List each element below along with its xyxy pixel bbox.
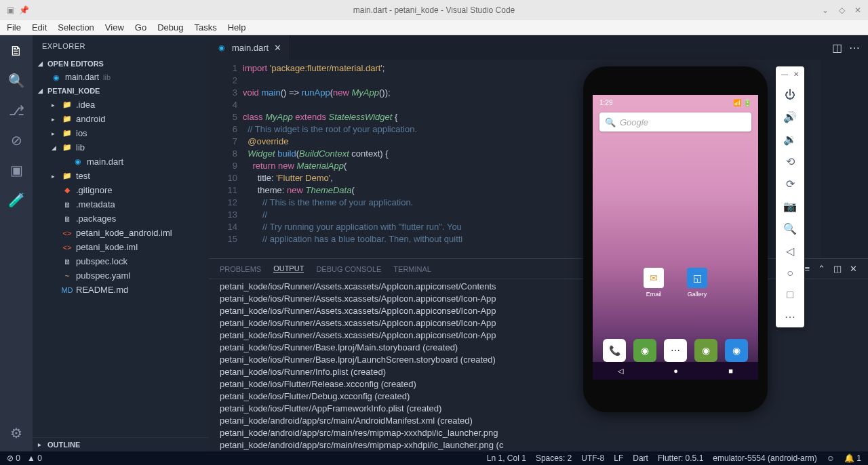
tree-item--packages[interactable]: 🗎.packages <box>33 211 209 226</box>
tree-item-android[interactable]: ▸📁android <box>33 112 209 126</box>
test-icon[interactable]: 🧪 <box>8 192 25 208</box>
outline-section[interactable]: ▸OUTLINE <box>33 437 209 451</box>
menu-debug[interactable]: Debug <box>157 22 183 33</box>
back-icon[interactable]: ◁ <box>786 245 794 258</box>
status-item[interactable]: emulator-5554 (android-arm) <box>713 453 816 463</box>
tree-item--gitignore[interactable]: ◆.gitignore <box>33 183 209 197</box>
status-item[interactable]: Dart <box>633 453 648 463</box>
status-item[interactable]: 🔔 1 <box>844 453 861 463</box>
folder-icon: 📁 <box>62 100 72 110</box>
dart-file-icon: ◉ <box>217 43 226 52</box>
dart-icon: ◉ <box>73 157 83 167</box>
split-editor-icon[interactable]: ◫ <box>832 41 842 54</box>
panel-tab-output[interactable]: OUTPUT <box>273 264 304 273</box>
tree-item-petani_kode-iml[interactable]: <>petani_kode.iml <box>33 240 209 254</box>
dock-app-4[interactable]: ◉ <box>725 339 748 362</box>
minimap[interactable] <box>821 60 868 258</box>
zoom-icon[interactable]: 🔍 <box>783 222 797 235</box>
more-actions-icon[interactable]: ⋯ <box>849 41 860 54</box>
search-icon[interactable]: 🔍 <box>8 73 25 89</box>
home-icon[interactable]: ○ <box>787 267 793 279</box>
dock-app-3[interactable]: ◉ <box>694 339 717 362</box>
tree-item-lib[interactable]: ◢📁lib <box>33 140 209 155</box>
panel-toggle-icon[interactable]: ≡ <box>804 264 810 274</box>
window-close-icon[interactable]: ✕ <box>853 5 863 15</box>
panel-close-icon[interactable]: ✕ <box>850 264 857 274</box>
tree-item-main-dart[interactable]: ◉main.dart <box>33 155 209 169</box>
window-minimize-icon[interactable]: ⌄ <box>821 5 830 15</box>
explorer-icon[interactable]: 🗎 <box>9 43 23 59</box>
overview-icon[interactable]: □ <box>787 289 793 301</box>
menu-view[interactable]: View <box>105 22 124 33</box>
tree-item-petani_kode_android-iml[interactable]: <>petani_kode_android.iml <box>33 226 209 240</box>
panel-tab-problems[interactable]: PROBLEMS <box>220 265 261 273</box>
extensions-icon[interactable]: ▣ <box>10 162 23 178</box>
phone-frame: 1:29 📶 🔋 🔍 Google ✉Email◱Gallery 📞◉⋯◉◉ ◁… <box>583 66 768 412</box>
app-gallery[interactable]: ◱Gallery <box>684 268 711 298</box>
dock-app-2[interactable]: ⋯ <box>664 339 687 362</box>
status-item[interactable]: UTF-8 <box>581 453 604 463</box>
pin-icon[interactable]: 📌 <box>19 5 28 15</box>
nav-recents[interactable]: ■ <box>728 367 733 375</box>
status-item[interactable]: ☺ <box>827 453 835 463</box>
status-bar: ⊘ 0▲ 0 Ln 1, Col 1Spaces: 2UTF-8LFDartFl… <box>0 451 868 465</box>
menu-go[interactable]: Go <box>135 22 146 33</box>
tree-item-ios[interactable]: ▸📁ios <box>33 126 209 140</box>
menu-help[interactable]: Help <box>228 22 246 33</box>
panel-maximize-icon[interactable]: ⌃ <box>818 264 825 274</box>
app-icon: ▣ <box>5 5 15 15</box>
project-section[interactable]: ◢PETANI_KODE <box>33 84 209 98</box>
app-email[interactable]: ✉Email <box>640 268 667 298</box>
open-editors-section[interactable]: ◢OPEN EDITORS <box>33 57 209 70</box>
open-editor-item[interactable]: ◉ main.dart lib <box>33 70 209 84</box>
panel-tab-terminal[interactable]: TERMINAL <box>393 265 431 273</box>
close-tab-icon[interactable]: ✕ <box>274 43 281 53</box>
volume-down-icon[interactable]: 🔉 <box>783 133 797 146</box>
status-item[interactable]: LF <box>614 453 623 463</box>
tree-item--idea[interactable]: ▸📁.idea <box>33 98 209 112</box>
nav-back[interactable]: ◁ <box>618 367 623 376</box>
status-item[interactable]: Spaces: 2 <box>536 453 572 463</box>
tree-item-pubspec-yaml[interactable]: ~pubspec.yaml <box>33 268 209 283</box>
nav-home[interactable]: ● <box>673 367 678 375</box>
status-item[interactable]: ⊘ 0 <box>7 453 20 463</box>
tree-item--metadata[interactable]: 🗎.metadata <box>33 197 209 211</box>
dock-app-1[interactable]: ◉ <box>633 339 656 362</box>
settings-gear-icon[interactable]: ⚙ <box>10 425 22 441</box>
menu-file[interactable]: File <box>7 22 21 33</box>
dock-app-0[interactable]: 📞 <box>603 339 626 362</box>
sidebar-title: EXPLORER <box>33 35 209 57</box>
menubar: FileEditSelectionViewGoDebugTasksHelp <box>0 20 868 35</box>
status-item[interactable]: ▲ 0 <box>27 453 42 463</box>
tree-item-pubspec-lock[interactable]: 🗎pubspec.lock <box>33 254 209 268</box>
tab-main-dart[interactable]: ◉ main.dart ✕ <box>209 35 290 60</box>
menu-tasks[interactable]: Tasks <box>194 22 216 33</box>
tree-item-test[interactable]: ▸📁test <box>33 169 209 183</box>
power-icon[interactable]: ⏻ <box>785 89 795 101</box>
panel-tab-debug-console[interactable]: DEBUG CONSOLE <box>316 265 381 273</box>
folder-icon: 📁 <box>62 143 72 153</box>
emu-close-icon[interactable]: ✕ <box>793 70 799 78</box>
rotate-left-icon[interactable]: ⟲ <box>786 155 795 168</box>
yaml-icon: ~ <box>62 271 72 281</box>
tree-item-README-md[interactable]: MDREADME.md <box>33 283 209 297</box>
status-item[interactable]: Flutter: 0.5.1 <box>658 453 703 463</box>
emu-minimize-icon[interactable]: — <box>781 70 788 78</box>
google-search-box[interactable]: 🔍 Google <box>599 113 751 132</box>
file-icon: 🗎 <box>62 257 72 266</box>
menu-edit[interactable]: Edit <box>32 22 47 33</box>
camera-icon[interactable]: 📷 <box>783 200 797 213</box>
phone-screen[interactable]: 1:29 📶 🔋 🔍 Google ✉Email◱Gallery 📞◉⋯◉◉ ◁… <box>593 95 758 380</box>
more-icon[interactable]: ⋯ <box>785 310 795 323</box>
folder-icon: 📁 <box>62 129 72 138</box>
window-maximize-icon[interactable]: ◇ <box>837 5 846 15</box>
status-item[interactable]: Ln 1, Col 1 <box>487 453 526 463</box>
android-emulator: 1:29 📶 🔋 🔍 Google ✉Email◱Gallery 📞◉⋯◉◉ ◁… <box>583 66 804 412</box>
volume-up-icon[interactable]: 🔊 <box>783 110 797 123</box>
panel-layout-icon[interactable]: ◫ <box>833 264 842 274</box>
folder-red-icon: 📁 <box>62 171 72 181</box>
debug-icon[interactable]: ⊘ <box>11 132 22 148</box>
rotate-right-icon[interactable]: ⟳ <box>786 178 795 190</box>
source-control-icon[interactable]: ⎇ <box>9 102 24 119</box>
menu-selection[interactable]: Selection <box>58 22 94 33</box>
